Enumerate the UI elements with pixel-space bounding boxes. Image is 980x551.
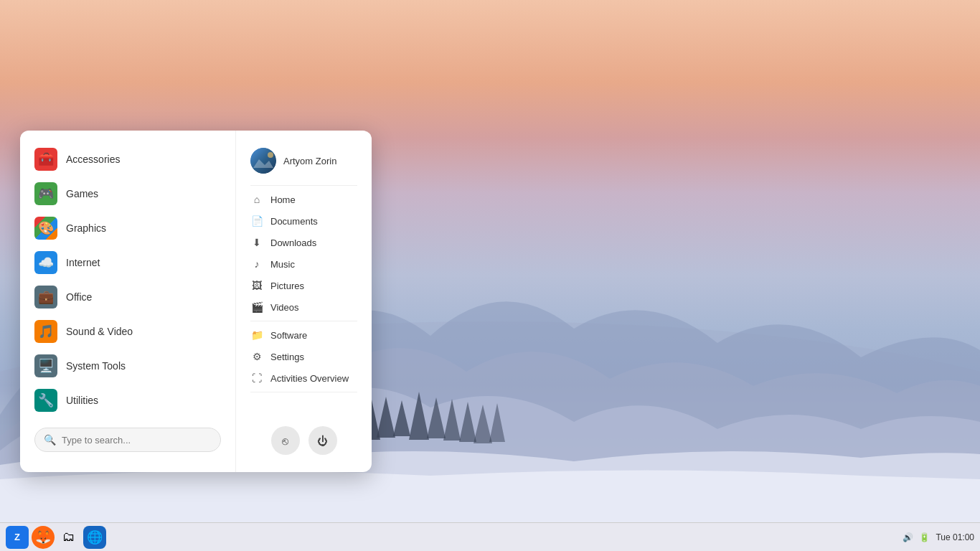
software-center-button[interactable]: 🌐 [83, 526, 106, 549]
accessories-icon: 🧰 [34, 148, 57, 171]
divider-3 [250, 392, 357, 392]
avatar [250, 148, 276, 174]
power-button[interactable]: ⏻ [308, 426, 337, 455]
settings-label: Settings [270, 352, 304, 362]
divider-1 [250, 185, 357, 186]
zorin-menu-button[interactable]: Z [6, 526, 29, 549]
svg-point-1 [250, 148, 276, 174]
music-icon: ♪ [250, 258, 263, 270]
home-label: Home [270, 194, 296, 205]
utilities-label: Utilities [66, 395, 98, 406]
right-item-downloads[interactable]: ⬇Downloads [242, 232, 366, 253]
menu-items-list: 🧰Accessories🎮Games🎨Graphics☁️Internet💼Of… [26, 142, 230, 418]
datetime-display[interactable]: Tue 01:00 [936, 532, 974, 542]
menu-item-internet[interactable]: ☁️Internet [26, 245, 230, 280]
office-label: Office [66, 291, 92, 303]
bottom-item-activities-overview[interactable]: ⛶Activities Overview [242, 367, 366, 389]
logout-button[interactable]: ⎋ [271, 426, 300, 455]
user-name: Artyom Zorin [283, 156, 336, 166]
sound-video-label: Sound & Video [66, 326, 133, 337]
menu-item-graphics[interactable]: 🎨Graphics [26, 211, 230, 245]
downloads-label: Downloads [270, 237, 316, 248]
graphics-icon: 🎨 [34, 217, 57, 240]
right-bottom-items: 📁Software⚙Settings⛶Activities Overview [242, 324, 366, 389]
software-icon: 🌐 [87, 529, 103, 545]
left-panel: 🧰Accessories🎮Games🎨Graphics☁️Internet💼Of… [20, 131, 235, 472]
system-tools-icon: 🖥️ [34, 354, 57, 377]
software-label: Software [270, 330, 307, 341]
software-icon: 📁 [250, 329, 263, 341]
menu-item-utilities[interactable]: 🔧Utilities [26, 383, 230, 418]
logout-icon: ⎋ [282, 435, 288, 447]
action-buttons: ⎋ ⏻ [242, 418, 366, 461]
system-tools-label: System Tools [66, 360, 126, 372]
home-icon: ⌂ [250, 194, 263, 205]
files-icon: 🗂 [62, 529, 75, 545]
volume-icon: 🔊 [903, 532, 913, 542]
games-label: Games [66, 188, 98, 199]
right-item-documents[interactable]: 📄Documents [242, 210, 366, 232]
utilities-icon: 🔧 [34, 389, 57, 412]
files-button[interactable]: 🗂 [57, 526, 80, 549]
right-nav-items: ⌂Home📄Documents⬇Downloads♪Music🖼Pictures… [242, 189, 366, 318]
avatar-image [250, 148, 276, 174]
sound-video-icon: 🎵 [34, 320, 57, 343]
internet-icon: ☁️ [34, 251, 57, 274]
videos-icon: 🎬 [250, 301, 263, 313]
internet-label: Internet [66, 257, 100, 268]
right-item-music[interactable]: ♪Music [242, 253, 366, 275]
zorin-icon: Z [14, 532, 20, 542]
activities-overview-icon: ⛶ [250, 372, 263, 384]
user-section[interactable]: Artyom Zorin [242, 142, 366, 182]
pictures-label: Pictures [270, 281, 304, 291]
documents-icon: 📄 [250, 215, 263, 227]
games-icon: 🎮 [34, 182, 57, 205]
svg-point-2 [268, 152, 273, 158]
firefox-icon: 🦊 [35, 529, 51, 545]
divider-2 [250, 321, 357, 321]
power-icon: ⏻ [317, 435, 328, 447]
search-input[interactable] [62, 435, 212, 446]
documents-label: Documents [270, 216, 318, 227]
office-icon: 💼 [34, 286, 57, 309]
app-menu: 🧰Accessories🎮Games🎨Graphics☁️Internet💼Of… [20, 131, 372, 472]
volume-control[interactable]: 🔊 [903, 532, 913, 542]
right-item-videos[interactable]: 🎬Videos [242, 296, 366, 318]
battery-icon: 🔋 [919, 532, 930, 542]
graphics-label: Graphics [66, 222, 106, 234]
downloads-icon: ⬇ [250, 237, 263, 248]
taskbar-right: 🔊 🔋 Tue 01:00 [903, 532, 974, 542]
bottom-item-settings[interactable]: ⚙Settings [242, 346, 366, 367]
search-bar[interactable]: 🔍 [34, 428, 221, 452]
pictures-icon: 🖼 [250, 280, 263, 291]
right-item-pictures[interactable]: 🖼Pictures [242, 275, 366, 296]
videos-label: Videos [270, 302, 299, 313]
firefox-button[interactable]: 🦊 [32, 526, 55, 549]
menu-item-office[interactable]: 💼Office [26, 280, 230, 314]
taskbar: Z 🦊 🗂 🌐 🔊 🔋 Tue 01:00 [0, 522, 980, 551]
menu-item-games[interactable]: 🎮Games [26, 176, 230, 211]
accessories-label: Accessories [66, 154, 120, 165]
menu-item-system-tools[interactable]: 🖥️System Tools [26, 349, 230, 383]
menu-item-accessories[interactable]: 🧰Accessories [26, 142, 230, 176]
settings-icon: ⚙ [250, 351, 263, 362]
battery-indicator: 🔋 [919, 532, 930, 542]
right-item-home[interactable]: ⌂Home [242, 189, 366, 210]
right-panel: Artyom Zorin ⌂Home📄Documents⬇Downloads♪M… [235, 131, 372, 472]
music-label: Music [270, 259, 295, 270]
bottom-item-software[interactable]: 📁Software [242, 324, 366, 346]
search-icon: 🔍 [44, 434, 56, 446]
menu-item-sound-video[interactable]: 🎵Sound & Video [26, 314, 230, 349]
activities-overview-label: Activities Overview [270, 373, 349, 384]
